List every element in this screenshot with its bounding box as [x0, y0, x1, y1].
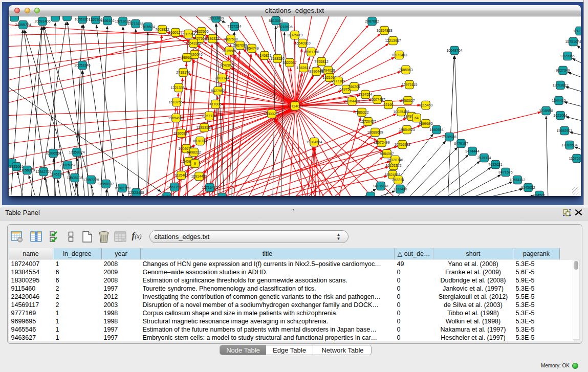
svg-text:16543382: 16543382	[185, 41, 201, 45]
svg-text:19384554: 19384554	[306, 140, 322, 144]
svg-text:9227349: 9227349	[556, 69, 570, 72]
svg-text:12213389: 12213389	[170, 86, 186, 90]
svg-text:9777169: 9777169	[331, 79, 345, 83]
svg-text:8938928: 8938928	[442, 135, 456, 139]
svg-text:1112731: 1112731	[573, 29, 580, 33]
svg-text:10756928: 10756928	[394, 143, 410, 146]
svg-text:8678334: 8678334	[193, 139, 207, 143]
svg-text:15692971: 15692971	[556, 129, 572, 133]
svg-text:16961758: 16961758	[303, 50, 319, 54]
svg-text:252234: 252234	[392, 178, 404, 182]
svg-text:2087682: 2087682	[365, 19, 379, 23]
svg-text:7386322: 7386322	[355, 111, 368, 114]
svg-text:19654985: 19654985	[168, 116, 184, 120]
svg-text:746206: 746206	[348, 85, 360, 89]
svg-text:8813054: 8813054	[269, 19, 282, 23]
svg-text:1733426: 1733426	[393, 187, 407, 191]
svg-text:3875685: 3875685	[222, 49, 236, 53]
svg-text:417006: 417006	[209, 102, 221, 106]
svg-text:10607487: 10607487	[369, 98, 385, 101]
svg-text:10688609: 10688609	[367, 130, 383, 134]
svg-text:9: 9	[194, 162, 196, 165]
svg-text:8427552: 8427552	[211, 89, 225, 93]
svg-text:11156829: 11156829	[19, 168, 34, 172]
svg-text:16648764: 16648764	[446, 49, 462, 52]
svg-text:1588520: 1588520	[270, 57, 284, 60]
svg-text:6479197: 6479197	[454, 142, 468, 145]
svg-text:19218506: 19218506	[276, 25, 292, 29]
svg-text:17957225: 17957225	[83, 178, 99, 182]
svg-text:16154838: 16154838	[376, 29, 392, 32]
svg-text:7955812: 7955812	[314, 60, 328, 63]
svg-text:16107552: 16107552	[168, 100, 184, 104]
svg-text:17359924: 17359924	[69, 150, 84, 154]
svg-text:18300295: 18300295	[264, 112, 279, 116]
svg-text:13353594: 13353594	[196, 126, 212, 129]
svg-text:8186323: 8186323	[205, 37, 219, 40]
svg-text:3215958: 3215958	[539, 109, 553, 113]
svg-text:19654923: 19654923	[399, 128, 415, 132]
svg-text:18072499: 18072499	[374, 141, 389, 144]
svg-text:9474444: 9474444	[465, 149, 479, 153]
svg-text:15720407: 15720407	[360, 120, 376, 123]
svg-text:10025438: 10025438	[393, 110, 409, 114]
svg-text:15751074: 15751074	[565, 40, 581, 43]
svg-text:9699695: 9699695	[419, 122, 432, 125]
svg-text:9242845: 9242845	[220, 63, 233, 67]
svg-text:2335061: 2335061	[9, 165, 23, 168]
svg-text:9146821: 9146821	[257, 54, 271, 57]
svg-text:6466102: 6466102	[100, 19, 114, 23]
svg-text:124563: 124563	[161, 195, 172, 196]
svg-text:20206556: 20206556	[45, 151, 61, 155]
svg-text:10654112: 10654112	[509, 178, 525, 182]
svg-text:1640954: 1640954	[429, 128, 443, 132]
svg-text:7663822: 7663822	[155, 28, 169, 31]
svg-text:16914479: 16914479	[191, 174, 207, 178]
svg-text:9245652: 9245652	[521, 186, 535, 189]
svg-text:24055724: 24055724	[15, 23, 31, 27]
svg-text:934501: 934501	[533, 193, 545, 196]
svg-text:9084067: 9084067	[380, 152, 394, 156]
svg-text:9657791: 9657791	[167, 185, 181, 189]
svg-text:1621064: 1621064	[553, 114, 567, 117]
svg-text:64: 64	[415, 116, 419, 120]
svg-text:10653267: 10653267	[74, 17, 90, 21]
svg-text:9327508: 9327508	[224, 37, 237, 41]
svg-text:11325419: 11325419	[287, 33, 302, 37]
svg-text:8454749: 8454749	[245, 47, 258, 50]
svg-text:16640910: 16640910	[294, 41, 310, 45]
svg-text:12213967: 12213967	[385, 39, 401, 42]
svg-text:12505135: 12505135	[67, 176, 82, 180]
svg-text:16033809: 16033809	[208, 16, 224, 20]
svg-text:7515524: 7515524	[141, 25, 155, 29]
svg-text:8660124: 8660124	[168, 31, 182, 34]
svg-text:16120746: 16120746	[387, 158, 403, 162]
svg-text:7485063: 7485063	[399, 68, 412, 72]
svg-text:8912954: 8912954	[181, 32, 195, 36]
svg-text:18724007: 18724007	[287, 104, 303, 107]
svg-text:11675317: 11675317	[569, 157, 580, 160]
svg-text:2803144: 2803144	[215, 76, 229, 80]
svg-text:1145194: 1145194	[50, 172, 63, 176]
svg-text:9463627: 9463627	[401, 99, 415, 102]
svg-text:12323448: 12323448	[128, 191, 144, 194]
svg-text:1362615: 1362615	[296, 66, 310, 70]
svg-text:15716485: 15716485	[202, 186, 217, 189]
svg-text:62160: 62160	[383, 103, 394, 106]
svg-text:2935114: 2935114	[477, 156, 491, 160]
svg-text:7625402: 7625402	[174, 173, 188, 177]
svg-text:6794028: 6794028	[321, 69, 335, 72]
svg-text:9329966: 9329966	[560, 54, 574, 58]
svg-text:12093872: 12093872	[552, 83, 568, 87]
svg-text:8267130: 8267130	[202, 114, 216, 118]
svg-text:20364436: 20364436	[344, 99, 360, 103]
svg-text:7632621: 7632621	[488, 163, 502, 166]
svg-text:7357224: 7357224	[227, 25, 241, 28]
svg-text:1244415: 1244415	[552, 99, 565, 102]
svg-text:10973493: 10973493	[391, 53, 407, 57]
svg-text:10958107: 10958107	[98, 182, 114, 186]
svg-text:17016504: 17016504	[561, 143, 577, 147]
svg-text:5322605: 5322605	[194, 30, 208, 33]
svg-text:5322037: 5322037	[282, 61, 296, 64]
svg-text:14136141: 14136141	[373, 184, 388, 188]
